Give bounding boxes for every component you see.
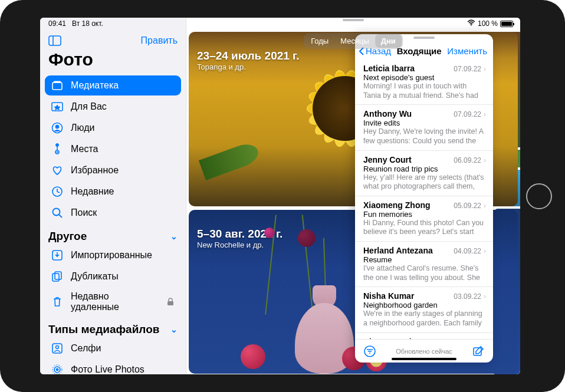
segment-years[interactable]: Годы <box>305 34 334 48</box>
chevron-right-icon: › <box>484 202 486 210</box>
mail-row[interactable]: Jenny Court06.09.22›Reunion road trip pi… <box>355 151 493 196</box>
places-icon <box>51 143 64 156</box>
sidebar-item-label: Фото Live Photos <box>71 364 144 374</box>
sidebar-item-label: Избранное <box>71 165 119 176</box>
battery-pct: 100 % <box>478 19 498 28</box>
sidebar-item-label: Поиск <box>71 207 97 218</box>
mail-from: Leticia Ibarra <box>363 64 454 73</box>
svg-rect-17 <box>55 272 61 279</box>
chevron-right-icon: › <box>484 110 486 118</box>
sidebar-edit-button[interactable]: Править <box>141 35 178 46</box>
mail-edit-button[interactable]: Изменить <box>447 46 487 56</box>
mail-preview: We're in the early stages of planning a … <box>363 309 486 328</box>
mail-preview: I've attached Carol's resume. She's the … <box>363 264 486 282</box>
mail-from: Herland Antezana <box>363 246 454 255</box>
sidebar-item-imported[interactable]: Импортированные <box>45 245 181 265</box>
sidebar-item-selfies[interactable]: Селфи <box>45 338 181 358</box>
mail-status: Обновлено сейчас <box>396 348 452 355</box>
svg-point-23 <box>56 368 58 371</box>
recents-icon <box>51 185 64 198</box>
sidebar-item-search[interactable]: Поиск <box>45 203 181 223</box>
section-header-other[interactable]: Другое ⌄ <box>40 224 186 245</box>
mail-preview: Hey Danny, We're loving the invite! A fe… <box>363 127 486 146</box>
segment-months[interactable]: Месяцы <box>334 34 375 48</box>
mail-from: Jenny Court <box>363 155 454 164</box>
mail-from: Xiaomeng Zhong <box>363 200 454 210</box>
time-segment-control[interactable]: Годы Месяцы Дни <box>304 33 403 49</box>
mail-preview: Morning! I was put in touch with Tania b… <box>363 82 486 100</box>
mail-row[interactable]: Anthony Wu07.09.22›Invite editsHey Danny… <box>355 105 493 150</box>
screen: 09:41 Вт 18 окт. 100 % Править Фото <box>40 18 520 374</box>
sidebar-item-recents[interactable]: Недавние <box>45 182 181 202</box>
sidebar-item-label: Люди <box>71 123 94 133</box>
mail-subject: Reunion road trip pics <box>363 164 486 173</box>
home-indicator[interactable] <box>392 358 456 360</box>
mail-subject: Invite edits <box>363 118 486 127</box>
chevron-right-icon: › <box>484 247 486 255</box>
sidebar-item-label: Медиатека <box>71 80 119 91</box>
mail-row[interactable]: Rigo Rangel02.09.22›Park Photos <box>355 333 493 340</box>
mail-slideover: Назад Входящие Изменить Leticia Ibarra07… <box>355 34 493 363</box>
wifi-icon <box>467 19 475 28</box>
svg-point-0 <box>471 25 472 26</box>
sidebar-item-recently-deleted[interactable]: Недавно удаленные <box>45 288 181 316</box>
mail-subject: Fun memories <box>363 210 486 219</box>
svg-point-9 <box>57 151 58 153</box>
svg-rect-18 <box>167 301 173 305</box>
mail-row[interactable]: Herland Antezana04.09.22›ResumeI've atta… <box>355 242 493 287</box>
search-icon <box>51 206 64 219</box>
sidebar-item-label: Селфи <box>71 343 101 354</box>
app-title: Фото <box>40 47 186 75</box>
mail-row[interactable]: Leticia Ibarra07.09.22›Next episode's gu… <box>355 60 493 105</box>
svg-rect-4 <box>54 81 61 83</box>
sidebar-item-library[interactable]: Медиатека <box>45 75 181 95</box>
mail-from: Nisha Kumar <box>363 291 454 301</box>
mail-list[interactable]: Leticia Ibarra07.09.22›Next episode's gu… <box>355 60 493 339</box>
for-you-icon <box>51 100 64 113</box>
mail-preview: Hi Danny, Found this photo! Can you beli… <box>363 219 486 237</box>
sidebar-item-label: Для Вас <box>71 101 107 112</box>
lock-icon <box>167 298 175 306</box>
library-icon <box>51 79 64 92</box>
chevron-down-icon: ⌄ <box>170 232 178 241</box>
sidebar-item-label: Недавние <box>71 186 114 197</box>
selfie-icon <box>51 342 64 355</box>
mail-subject: Neighborhood garden <box>363 301 486 309</box>
svg-point-20 <box>56 346 59 349</box>
svg-point-13 <box>53 209 60 216</box>
sidebar-item-people[interactable]: Люди <box>45 118 181 138</box>
imported-icon <box>51 249 64 262</box>
mail-row-date: 06.09.22 <box>454 156 481 164</box>
home-button[interactable] <box>526 183 552 209</box>
mail-row[interactable]: Nisha Kumar03.09.22›Neighborhood gardenW… <box>355 287 493 332</box>
compose-icon[interactable] <box>472 345 485 358</box>
mail-subject: Resume <box>363 255 486 264</box>
mail-subject: Next episode's guest <box>363 73 486 82</box>
chevron-down-icon: ⌄ <box>170 325 178 334</box>
mail-row[interactable]: Xiaomeng Zhong05.09.22›Fun memoriesHi Da… <box>355 196 493 242</box>
mail-title: Входящие <box>397 46 442 56</box>
sidebar-item-places[interactable]: Места <box>45 139 181 159</box>
people-icon <box>51 121 64 134</box>
sidebar-item-livephotos[interactable]: Фото Live Photos <box>45 360 181 374</box>
svg-point-11 <box>56 144 59 147</box>
segment-days[interactable]: Дни <box>375 34 402 48</box>
sidebar-item-duplicates[interactable]: Дубликаты <box>45 266 181 286</box>
sidebar-item-label: Недавно удаленные <box>71 291 160 312</box>
sidebar-item-for-you[interactable]: Для Вас <box>45 97 181 117</box>
sidebar-item-favorites[interactable]: Избранное <box>45 160 181 180</box>
sidebar-item-label: Места <box>71 144 98 154</box>
svg-point-7 <box>55 125 59 129</box>
slideover-grabber[interactable] <box>413 37 435 39</box>
svg-rect-1 <box>49 36 61 45</box>
chevron-right-icon: › <box>484 292 486 301</box>
sidebar-item-label: Импортированные <box>71 250 152 261</box>
sidebar-toggle-icon[interactable] <box>48 35 61 46</box>
svg-rect-16 <box>52 274 59 281</box>
status-bar: 09:41 Вт 18 окт. 100 % <box>40 18 520 29</box>
filter-icon[interactable] <box>363 345 376 358</box>
chevron-right-icon: › <box>484 156 486 164</box>
section-header-media-types[interactable]: Типы медиафайлов ⌄ <box>40 317 186 338</box>
mail-row-date: 05.09.22 <box>454 202 481 210</box>
status-date: Вт 18 окт. <box>72 19 103 28</box>
